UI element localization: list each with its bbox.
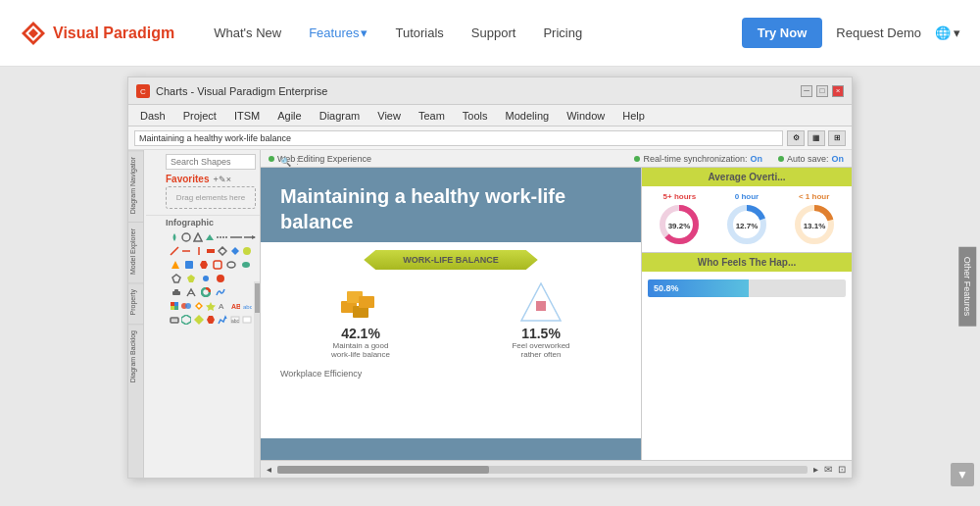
close-button[interactable]: ×: [832, 85, 844, 97]
scroll-down-button[interactable]: ▼: [951, 463, 974, 486]
logo[interactable]: Visual Paradigm: [20, 20, 174, 47]
stat-1-pct: 42.1%: [341, 326, 380, 341]
shape-cell[interactable]: [181, 245, 191, 257]
shape-cell[interactable]: abc: [242, 300, 252, 312]
search-shapes-input[interactable]: [171, 157, 280, 167]
shape-cell[interactable]: [218, 314, 227, 326]
shape-cell[interactable]: AB: [229, 300, 239, 312]
nav-support[interactable]: Support: [471, 25, 516, 40]
svg-rect-20: [214, 261, 221, 269]
menu-project[interactable]: Project: [175, 108, 224, 124]
shape-cell[interactable]: [181, 300, 191, 312]
shape-cell[interactable]: [181, 231, 191, 243]
shape-cell[interactable]: [240, 259, 252, 271]
menu-agile[interactable]: Agile: [270, 108, 309, 124]
shape-cell[interactable]: [194, 245, 204, 257]
menu-modeling[interactable]: Modeling: [498, 108, 558, 124]
more-options-icon[interactable]: ⋮: [293, 157, 302, 167]
shape-cell[interactable]: [217, 231, 228, 243]
expand-icon[interactable]: ⊡: [838, 464, 846, 475]
shape-cell[interactable]: [198, 259, 210, 271]
shape-row-2: [166, 244, 256, 258]
toolbar: Maintaining a healthy work-life balance …: [128, 126, 852, 150]
menu-window[interactable]: Window: [559, 108, 612, 124]
menu-diagram[interactable]: Diagram: [312, 108, 368, 124]
shape-cell[interactable]: [194, 300, 204, 312]
scroll-left-icon[interactable]: ◂: [267, 464, 271, 475]
nav-pricing[interactable]: Pricing: [543, 25, 582, 40]
shape-cell[interactable]: [199, 286, 212, 298]
shape-cell[interactable]: [244, 231, 256, 243]
menu-team[interactable]: Team: [411, 108, 453, 124]
shape-cell[interactable]: [230, 231, 242, 243]
other-features-tab[interactable]: Other Features: [959, 247, 977, 327]
diagram-backlog-tab[interactable]: Diagram Backlog: [128, 324, 143, 388]
svg-point-24: [217, 275, 224, 282]
shape-cell[interactable]: [170, 231, 179, 243]
canvas-area[interactable]: Maintaining a healthy work-life balance …: [261, 168, 641, 460]
shape-cell[interactable]: [205, 231, 215, 243]
edit-favorite-icon[interactable]: ✎: [219, 175, 226, 184]
stat-item-2: 11.5% Feel overworked rather often: [461, 281, 621, 359]
shape-cell[interactable]: [206, 314, 216, 326]
shape-cell[interactable]: [218, 245, 227, 257]
shape-cell[interactable]: [170, 314, 179, 326]
svg-rect-53: [536, 301, 546, 311]
realtime-label: Real-time synchronization:: [643, 154, 747, 164]
menu-view[interactable]: View: [369, 108, 409, 124]
svg-rect-23: [203, 276, 209, 281]
shape-cell[interactable]: [170, 300, 179, 312]
shape-cell[interactable]: [242, 245, 252, 257]
shape-cell[interactable]: [242, 314, 252, 326]
svg-rect-30: [171, 306, 174, 310]
try-now-button[interactable]: Try Now: [742, 18, 823, 48]
svg-rect-26: [174, 289, 178, 292]
shape-cell[interactable]: [206, 300, 216, 312]
shape-cell[interactable]: [170, 259, 181, 271]
shape-cell[interactable]: [214, 286, 226, 298]
shape-cell[interactable]: [170, 273, 182, 284]
toolbar-icon-2[interactable]: ▦: [808, 130, 825, 146]
shape-cell[interactable]: [193, 231, 203, 243]
shape-cell[interactable]: [184, 286, 197, 298]
property-tab[interactable]: Property: [128, 282, 143, 321]
progress-bar-fill: 50.8%: [648, 279, 749, 297]
shape-cell[interactable]: [225, 259, 237, 271]
shape-cell[interactable]: abc: [229, 314, 239, 326]
menu-itsm[interactable]: ITSM: [226, 108, 268, 124]
shape-cell[interactable]: [229, 245, 239, 257]
maximize-button[interactable]: □: [816, 85, 828, 97]
shape-cell[interactable]: [183, 259, 195, 271]
shape-cell[interactable]: [170, 245, 179, 257]
left-panel-scrollbar[interactable]: [254, 281, 260, 478]
shape-cell[interactable]: [212, 259, 223, 271]
diagram-navigator-tab[interactable]: Diagram Navigator: [128, 150, 143, 220]
shape-cell[interactable]: [199, 273, 212, 284]
stat-2-pct: 11.5%: [521, 326, 561, 341]
model-explorer-tab[interactable]: Model Explorer: [128, 222, 143, 280]
toolbar-icon-1[interactable]: ⚙: [787, 130, 805, 146]
scroll-right-icon[interactable]: ▸: [813, 464, 818, 475]
menu-dash[interactable]: Dash: [132, 108, 173, 124]
nav-features[interactable]: Features ▾: [309, 25, 368, 40]
shape-cell[interactable]: [170, 286, 182, 298]
donut-3-chart: 13.1%: [793, 203, 836, 246]
nav-tutorials[interactable]: Tutorials: [395, 25, 443, 40]
shape-cell[interactable]: A: [218, 300, 227, 312]
menu-help[interactable]: Help: [614, 108, 653, 124]
shape-cell[interactable]: [181, 314, 191, 326]
shape-cell[interactable]: [214, 273, 226, 284]
nav-whats-new[interactable]: What's New: [214, 25, 281, 40]
close-favorite-icon[interactable]: ×: [226, 175, 231, 184]
horizontal-scrollbar[interactable]: [277, 466, 808, 474]
svg-marker-15: [231, 247, 239, 255]
shape-cell[interactable]: [184, 273, 197, 284]
shape-cell[interactable]: [194, 314, 204, 326]
request-demo-link[interactable]: Request Demo: [836, 25, 921, 40]
mail-icon[interactable]: ✉: [824, 464, 832, 475]
menu-tools[interactable]: Tools: [455, 108, 496, 124]
shape-cell[interactable]: [206, 245, 216, 257]
minimize-button[interactable]: ─: [801, 85, 812, 97]
language-selector[interactable]: 🌐 ▾: [935, 25, 960, 40]
toolbar-icon-3[interactable]: ⊞: [828, 130, 846, 146]
